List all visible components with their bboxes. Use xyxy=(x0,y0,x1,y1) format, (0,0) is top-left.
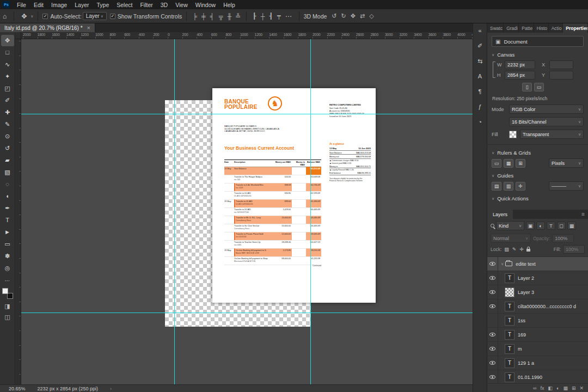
canvas-section-header[interactable]: ∨ Canvas xyxy=(492,52,584,58)
color-swatches[interactable] xyxy=(2,288,13,299)
lock-pixels-icon[interactable]: ✎ xyxy=(512,247,517,252)
guide-horizontal-1[interactable] xyxy=(21,114,473,114)
quick-actions-section-header[interactable]: ∨ Quick Actions xyxy=(492,195,584,201)
opacity-field[interactable]: 100% xyxy=(552,234,574,243)
grid-icon[interactable]: ▦ xyxy=(504,159,513,168)
quick-mask-button[interactable]: ◨ xyxy=(4,303,10,310)
status-menu-arrow[interactable]: › xyxy=(110,386,112,391)
lock-transparency-icon[interactable]: ▨ xyxy=(504,247,510,252)
character-panel-icon[interactable]: A xyxy=(475,71,486,81)
lasso-tool[interactable]: ∿ xyxy=(1,59,14,70)
3d-orbit-icon[interactable]: ↺ xyxy=(330,12,338,20)
layer-row[interactable]: T01.01.1990 xyxy=(487,370,588,383)
hand-tool[interactable]: ✽ xyxy=(1,250,14,262)
layer-fill-field[interactable]: 100% xyxy=(563,245,585,254)
tab-layers[interactable]: Layers xyxy=(487,210,513,219)
eraser-tool[interactable]: ▰ xyxy=(1,155,14,166)
menu-layer[interactable]: Layer xyxy=(71,0,93,9)
document-page[interactable]: BANQUE POPULAIRE ♞ BANQUE POPULAIRE DU M… xyxy=(212,88,376,303)
3d-roll-icon[interactable]: ↻ xyxy=(340,12,348,20)
edit-toolbar-icon[interactable]: ⋯ xyxy=(5,278,10,284)
visibility-toggle[interactable] xyxy=(487,328,498,342)
home-icon[interactable]: ⌂ xyxy=(0,13,9,20)
x-field[interactable] xyxy=(549,60,573,69)
panel-tab-patte[interactable]: Patte xyxy=(519,23,534,33)
menu-filter[interactable]: Filter xyxy=(136,0,156,9)
layer-row[interactable]: TLayer 2 xyxy=(487,271,588,285)
visibility-toggle[interactable] xyxy=(487,342,498,356)
close-icon[interactable]: × xyxy=(87,24,90,31)
visibility-toggle[interactable] xyxy=(487,314,498,328)
brush-tool[interactable]: ✎ xyxy=(1,119,14,130)
link-dimensions-icon[interactable] xyxy=(493,62,495,78)
filter-kind-dropdown[interactable]: Kind ∨ xyxy=(496,221,524,230)
collapse-panels-icon[interactable]: « xyxy=(475,26,486,35)
align-right-edges-icon[interactable]: ╡ xyxy=(209,13,216,20)
guide-horizontal-2[interactable] xyxy=(21,313,473,313)
menu-type[interactable]: Type xyxy=(93,0,113,9)
panel-tab-histo[interactable]: Histo xyxy=(534,23,549,33)
lock-position-icon[interactable]: ✛ xyxy=(519,247,524,252)
gradient-tool[interactable]: ▧ xyxy=(1,167,14,178)
align-top-edges-icon[interactable]: ╦ xyxy=(217,13,225,20)
show-transform-checkbox[interactable] xyxy=(110,14,115,19)
move-tool[interactable]: ✥ xyxy=(1,35,14,46)
paragraph-panel-icon[interactable]: ¶ xyxy=(475,87,486,96)
canvas-area[interactable]: BANQUE POPULAIRE ♞ BANQUE POPULAIRE DU M… xyxy=(21,39,473,384)
delete-layer-icon[interactable]: ✕ xyxy=(579,385,584,391)
history-brush-tool[interactable]: ↺ xyxy=(1,143,14,154)
menu-window[interactable]: Window xyxy=(192,0,219,9)
clock-panel-icon[interactable]: ◔ xyxy=(475,117,486,127)
distribute-right-icon[interactable]: ┨ xyxy=(267,12,274,20)
menu-view[interactable]: View xyxy=(171,0,192,9)
width-field[interactable]: 2232 px xyxy=(505,60,535,69)
zoom-level[interactable]: 20.65% xyxy=(9,386,26,391)
type-filter-icon[interactable]: T xyxy=(547,222,555,230)
adjustment-layer-icon[interactable]: ◐ xyxy=(556,385,559,391)
color-mode-dropdown[interactable]: RGB Color ∨ xyxy=(509,105,584,114)
horizontal-ruler[interactable]: 2000180016001400120010008006004002000200… xyxy=(21,32,473,39)
vertical-ruler[interactable] xyxy=(15,39,21,384)
menu-help[interactable]: Help xyxy=(219,0,239,9)
visibility-toggle[interactable] xyxy=(487,257,498,271)
layer-row[interactable]: Layer 3 xyxy=(487,285,588,299)
lock-all-icon[interactable] xyxy=(526,249,530,252)
visibility-toggle[interactable] xyxy=(487,271,498,285)
glyphs-panel-icon[interactable]: ƒ xyxy=(475,102,486,112)
units-dropdown[interactable]: Pixels∨ xyxy=(549,158,584,168)
auto-select-target-dropdown[interactable]: Layer ∨ xyxy=(83,12,107,20)
height-field[interactable]: 2854 px xyxy=(505,71,535,79)
more-options-icon[interactable]: ⋯ xyxy=(283,13,295,20)
smart-object-filter-icon[interactable]: ▦ xyxy=(567,222,576,230)
menu-3d[interactable]: 3D xyxy=(157,0,171,9)
menu-select[interactable]: Select xyxy=(113,0,136,9)
layer-mask-icon[interactable]: ◧ xyxy=(548,385,553,391)
zoom-tool[interactable]: ◎ xyxy=(1,262,14,274)
blur-tool[interactable]: ◌ xyxy=(1,179,14,190)
shape-filter-icon[interactable]: ◻ xyxy=(557,222,566,230)
guides-new-icon[interactable]: ✛ xyxy=(516,182,525,191)
document-tab[interactable]: Italy id.psd @ 20.7% (RGB/16) * × xyxy=(0,23,95,32)
auto-select-checkbox[interactable] xyxy=(42,14,48,19)
align-horizontal-centers-icon[interactable]: ╪ xyxy=(200,13,207,20)
snap-icon[interactable]: ⊞ xyxy=(516,159,525,168)
eyedropper-tool[interactable]: ✐ xyxy=(1,95,14,106)
dodge-tool[interactable]: ◖ xyxy=(1,191,14,202)
rectangle-tool[interactable]: ▭ xyxy=(1,238,14,250)
swap-arrows-panel-icon[interactable]: ⇆ xyxy=(475,56,486,66)
guide-vertical-1[interactable] xyxy=(174,39,175,384)
ruler-origin-corner[interactable] xyxy=(15,32,21,39)
crop-tool[interactable]: ◰ xyxy=(1,83,14,94)
guides-layout-icon[interactable]: ▥ xyxy=(504,182,513,191)
blend-mode-dropdown[interactable]: Normal ∨ xyxy=(491,234,531,243)
screen-mode-button[interactable]: ◫ xyxy=(4,314,10,321)
bit-depth-dropdown[interactable]: 16 Bits/Channel ∨ xyxy=(509,117,584,126)
visibility-toggle[interactable] xyxy=(487,370,498,384)
layer-row[interactable]: T169 xyxy=(487,328,588,342)
guide-style-dropdown[interactable]: ———∨ xyxy=(549,181,584,191)
distribute-center-icon[interactable]: ┼ xyxy=(259,13,267,20)
3d-scale-icon[interactable]: ◇ xyxy=(367,12,375,20)
portrait-icon[interactable]: ▯ xyxy=(522,83,532,91)
pixel-filter-icon[interactable]: ▣ xyxy=(526,222,535,230)
panel-tab-gradi[interactable]: Gradi xyxy=(504,23,519,33)
